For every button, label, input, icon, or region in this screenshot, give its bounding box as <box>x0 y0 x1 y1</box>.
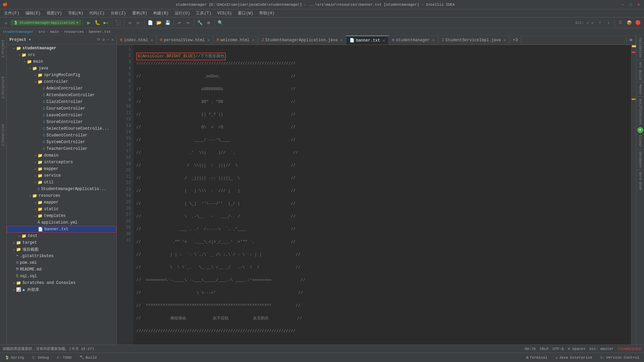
project-panel-close[interactable]: — <box>107 38 109 42</box>
tree-item-domain[interactable]: ▸ 📁 domain <box>7 152 116 159</box>
breadcrumb-main[interactable]: main <box>50 30 59 34</box>
version-control-button[interactable]: 9: Version Control <box>597 355 643 361</box>
terminal-button[interactable]: ⊞ Terminal <box>523 354 551 361</box>
tree-item-mapper-res[interactable]: ▸ 📁 mapper <box>7 199 116 206</box>
tree-item-test[interactable]: ▸ 📁 test <box>7 233 116 239</box>
colour-label[interactable]: Colour <box>638 134 643 148</box>
tree-item-attendancecontroller[interactable]: C AttendanceController <box>7 92 116 99</box>
tree-item-scorecontroller[interactable]: C ScoreController <box>7 119 116 125</box>
tree-arrow-src[interactable]: ▾ <box>17 53 21 57</box>
breadcrumb-src[interactable]: src <box>39 30 45 34</box>
tree-arrow-springmvcconfig[interactable]: ▸ <box>34 73 38 77</box>
wordbook-label[interactable]: Word Book <box>638 171 643 191</box>
save-button[interactable]: 💾 <box>164 19 172 27</box>
tree-item-interceptors[interactable]: ▸ 📁 interceptors <box>7 159 116 166</box>
database-label[interactable]: Database <box>638 151 643 168</box>
tree-item-root[interactable]: ▾ 📁 studentmanager <box>7 45 116 52</box>
todo-button[interactable]: 6: TODO <box>54 355 75 361</box>
project-tab-label[interactable]: 1:Project <box>1 38 6 59</box>
tree-arrow-root[interactable]: ▾ <box>12 47 16 50</box>
tab-close-banner[interactable]: ✕ <box>383 38 385 43</box>
menu-item-edit[interactable]: 编辑(E) <box>23 10 44 17</box>
tab-split-button[interactable]: ⊞ <box>626 36 636 45</box>
undo-button[interactable]: ↩ <box>175 19 183 27</box>
tree-item-gitattributes[interactable]: • .gitattributes <box>7 253 116 259</box>
tree-item-studentmanagerapplication[interactable]: S StudentmanagerApplicatio... <box>7 186 116 192</box>
tree-item-controller[interactable]: ▾ 📁 controller <box>7 78 116 85</box>
close-button[interactable]: ✕ <box>636 2 641 7</box>
tree-arrow-resources[interactable]: ▾ <box>28 194 32 198</box>
tab-index-html[interactable]: H index.html ✕ <box>117 36 157 45</box>
run-config-dropdown[interactable]: 🍃 StudentmanagerApplication ▾ <box>11 20 81 25</box>
tree-arrow-static[interactable]: ▸ <box>34 207 38 211</box>
external-tool-2[interactable]: 🔴 <box>634 19 642 27</box>
tree-item-pom[interactable]: m pom.xml <box>7 259 116 266</box>
tab-close-studentapp[interactable]: ✕ <box>340 38 343 42</box>
tree-item-coursecontroller[interactable]: C CourseController <box>7 105 116 112</box>
tree-item-admincontroller[interactable]: C AdminController <box>7 85 116 92</box>
menu-item-view[interactable]: 视图(V) <box>44 10 65 17</box>
breadcrumb-resources[interactable]: resources <box>64 30 84 34</box>
stop-button[interactable]: ⬛ <box>114 19 122 27</box>
tree-item-systemcontroller[interactable]: C SystemController <box>7 139 116 145</box>
status-position[interactable]: 30:76 <box>525 347 536 351</box>
tree-item-springmvcconfig[interactable]: ▸ 📁 springMvcConfig <box>7 72 116 78</box>
tree-arrow-interceptors[interactable]: ▸ <box>34 161 38 164</box>
tree-item-util[interactable]: ▸ 📁 util <box>7 179 116 186</box>
tree-arrow-java[interactable]: ▾ <box>28 67 32 70</box>
external-tool-1[interactable]: 📦 <box>625 19 633 27</box>
menu-item-code[interactable]: 代码(C) <box>87 10 107 17</box>
tree-arrow-util[interactable]: ▸ <box>34 181 38 184</box>
spring-button[interactable]: 🍃 Spring <box>1 354 28 361</box>
project-panel-sync[interactable]: ⟳ <box>97 37 100 42</box>
tree-arrow-templates[interactable]: ▸ <box>34 214 38 218</box>
project-panel-gear[interactable]: ⚙ <box>102 37 105 42</box>
tab-welcome-html[interactable]: H welcome.html ✕ <box>213 36 258 45</box>
tree-item-selectedcoursecontroller[interactable]: C SelectedCourseControlle... <box>7 125 116 132</box>
build-button[interactable]: 🔨 Build <box>76 354 100 361</box>
git-push-button[interactable]: ↑ <box>596 19 604 27</box>
git-pull-button[interactable]: ↓ <box>605 19 613 27</box>
tab-personalview-html[interactable]: H personalView.html ✕ <box>157 36 213 45</box>
tree-item-teachercontroller[interactable]: C TeacherController <box>7 145 116 152</box>
maven-label[interactable]: Maven <box>638 84 643 95</box>
debug-button[interactable]: 🐛 <box>94 19 102 27</box>
tree-item-mapper-java[interactable]: ▸ 📁 mapper <box>7 166 116 172</box>
validation-label[interactable]: Validation <box>638 37 643 58</box>
tree-arrow-scratches[interactable]: ▸ <box>12 281 16 285</box>
maximize-button[interactable]: □ <box>628 2 633 7</box>
tree-arrow-domain[interactable]: ▸ <box>34 154 38 158</box>
art-build-label[interactable]: Art Build <box>638 61 643 81</box>
tree-arrow-external-libs[interactable]: ▸ <box>12 288 16 292</box>
favorites-tab-label[interactable]: 2:Favorites <box>1 123 6 147</box>
tab-close-welcome[interactable]: ✕ <box>252 38 255 42</box>
breadcrumb-studentmanager[interactable]: studentmanager <box>3 30 34 34</box>
run-with-coverage-button[interactable]: ▶✓ <box>102 19 110 27</box>
tree-item-main[interactable]: ▾ 📁 main <box>7 58 116 65</box>
redo-button[interactable]: ↪ <box>184 19 192 27</box>
tab-close-module[interactable]: ✕ <box>432 38 435 42</box>
status-encoding[interactable]: UTF-8 <box>553 347 564 351</box>
search-button[interactable]: 🔍 <box>216 19 224 27</box>
tree-arrow-main[interactable]: ▾ <box>23 60 27 64</box>
status-indent[interactable]: 4 spaces <box>568 347 586 351</box>
menu-item-window[interactable]: 窗口(W) <box>235 10 256 17</box>
menu-item-build[interactable]: 构建(B) <box>151 10 171 17</box>
run-button[interactable]: ▶ <box>85 19 93 27</box>
tree-item-src[interactable]: ▾ 📁 src <box>7 52 116 58</box>
tree-item-templates[interactable]: ▸ 📁 templates <box>7 213 116 219</box>
tree-item-target[interactable]: ▸ 📁 target <box>7 239 116 246</box>
wrench-button[interactable]: 🔧 <box>196 19 204 27</box>
structure-tab-label[interactable]: 2:Structure <box>1 75 6 100</box>
menu-item-help[interactable]: 帮助(H) <box>257 10 277 17</box>
open-button[interactable]: 📂 <box>155 19 163 27</box>
tree-arrow-service[interactable]: ▸ <box>34 174 38 178</box>
tree-arrow-test[interactable]: ▸ <box>17 234 21 238</box>
tab-studentmanagerapplication[interactable]: J StudentmanagerApplication.java ✕ <box>258 36 346 45</box>
back-button[interactable]: ◁ <box>126 19 134 27</box>
tree-arrow-controller[interactable]: ▾ <box>34 80 38 84</box>
java-enterprise-button[interactable]: ☕ Java Enterprise <box>552 354 596 361</box>
tree-item-studentcontroller[interactable]: C StudentController <box>7 132 116 139</box>
new-file-button[interactable]: 📄 <box>146 19 154 27</box>
tree-arrow-screenshots[interactable]: ▸ <box>12 248 16 251</box>
